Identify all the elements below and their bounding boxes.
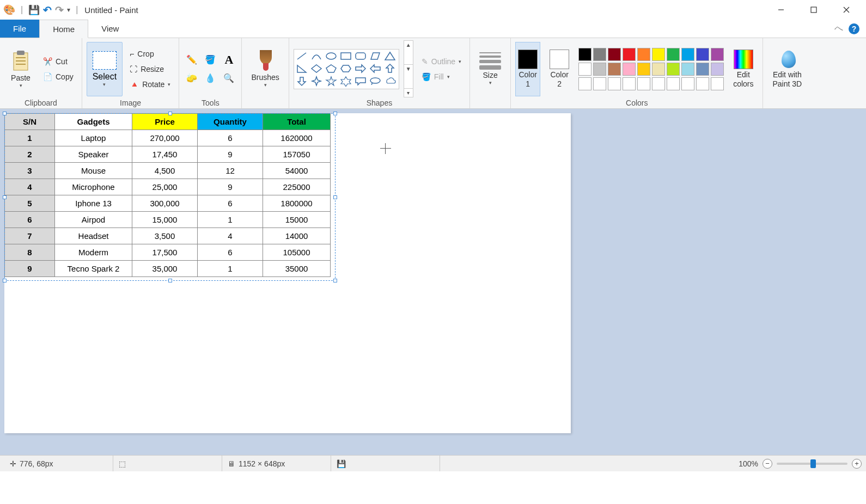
outline-button[interactable]: ✎Outline ▾ <box>418 54 465 69</box>
color-swatch[interactable] <box>667 63 680 76</box>
size-button[interactable]: Size ▾ <box>474 42 506 96</box>
color-swatch[interactable] <box>608 63 621 76</box>
color-swatch[interactable] <box>623 48 636 61</box>
shape-polygon-icon[interactable] <box>369 51 382 62</box>
color-swatch[interactable] <box>652 77 665 90</box>
edit-with-paint3d-button[interactable]: Edit with Paint 3D <box>767 42 807 96</box>
shape-arrow-up-icon[interactable] <box>383 63 397 74</box>
shape-rect-icon[interactable] <box>339 51 352 62</box>
pencil-tool[interactable]: ✏️ <box>184 52 200 68</box>
magnifier-tool[interactable]: 🔍 <box>221 70 237 87</box>
color-swatch[interactable] <box>637 48 650 61</box>
color-swatch[interactable] <box>711 77 724 90</box>
edit-colors-button[interactable]: Edit colors <box>728 42 758 96</box>
shape-oval-icon[interactable] <box>325 51 338 62</box>
color-swatch[interactable] <box>593 63 606 76</box>
color-swatch[interactable] <box>578 77 591 90</box>
color1-button[interactable]: Color 1 <box>515 42 540 96</box>
tab-file[interactable]: File <box>0 20 39 38</box>
color-swatch[interactable] <box>696 77 709 90</box>
color-swatch[interactable] <box>711 48 724 61</box>
color-swatch[interactable] <box>696 48 709 61</box>
crop-button[interactable]: ⌐Crop <box>126 47 174 61</box>
tab-view[interactable]: View <box>88 20 132 38</box>
shape-pentagon-icon[interactable] <box>325 63 338 74</box>
color-swatch[interactable] <box>681 63 694 76</box>
maximize-button[interactable] <box>797 0 830 20</box>
color-swatch[interactable] <box>637 77 650 90</box>
customize-qat-icon[interactable]: ▾ <box>67 6 70 14</box>
select-button[interactable]: Select ▾ <box>87 42 123 96</box>
color-swatch[interactable] <box>593 77 606 90</box>
shapes-gallery[interactable] <box>294 49 399 89</box>
color-swatch[interactable] <box>696 63 709 76</box>
save-icon[interactable]: 💾 <box>28 4 40 16</box>
help-icon[interactable]: ? <box>849 23 859 34</box>
color-swatch[interactable] <box>637 63 650 76</box>
redo-icon[interactable]: ↷ <box>55 4 64 16</box>
resize-button[interactable]: ⛶Resize <box>126 62 174 76</box>
color-swatch[interactable] <box>652 63 665 76</box>
zoom-in-button[interactable]: + <box>852 459 862 469</box>
color-swatch[interactable] <box>681 77 694 90</box>
color-swatch[interactable] <box>578 48 591 61</box>
brushes-button[interactable]: Brushes ▾ <box>246 42 284 96</box>
cut-button[interactable]: ✂️Cut <box>39 54 77 69</box>
color-swatch[interactable] <box>623 77 636 90</box>
palette-row-1[interactable] <box>578 48 724 61</box>
shape-callout-rect-icon[interactable] <box>354 76 367 87</box>
svg-rect-5 <box>17 51 25 55</box>
fill-tool[interactable]: 🪣 <box>202 52 218 68</box>
shape-right-triangle-icon[interactable] <box>295 63 308 74</box>
color-swatch[interactable] <box>652 48 665 61</box>
minimize-button[interactable] <box>765 0 797 20</box>
workspace[interactable]: S/N Gadgets Price Quantity Total 1Laptop… <box>0 109 866 455</box>
shape-star4-icon[interactable] <box>310 76 323 87</box>
selection-marquee[interactable] <box>4 113 336 281</box>
palette-row-3[interactable] <box>578 77 724 90</box>
color2-button[interactable]: Color 2 <box>545 42 574 96</box>
color-swatch[interactable] <box>681 48 694 61</box>
color-swatch[interactable] <box>608 77 621 90</box>
zoom-slider[interactable] <box>777 463 847 465</box>
close-button[interactable] <box>830 0 863 20</box>
color-swatch[interactable] <box>593 48 606 61</box>
shape-arrow-left-icon[interactable] <box>369 63 382 74</box>
rotate-icon: 🔺 <box>130 80 139 89</box>
color-swatch[interactable] <box>667 77 680 90</box>
color-swatch[interactable] <box>711 63 724 76</box>
eraser-tool[interactable]: 🧽 <box>184 70 200 87</box>
tab-home[interactable]: Home <box>39 20 88 38</box>
shapes-scroll-up[interactable]: ▲ <box>404 41 413 49</box>
shape-curve-icon[interactable] <box>310 51 323 62</box>
shape-arrow-down-icon[interactable] <box>295 76 308 87</box>
shapes-scroll-down[interactable]: ▼ <box>404 64 413 73</box>
shape-arrow-right-icon[interactable] <box>354 63 367 74</box>
shape-roundrect-icon[interactable] <box>354 51 367 62</box>
picker-tool[interactable]: 💧 <box>202 70 218 87</box>
palette-row-2[interactable] <box>578 63 724 76</box>
shape-callout-cloud-icon[interactable] <box>383 76 397 87</box>
rotate-button[interactable]: 🔺Rotate ▾ <box>126 77 174 91</box>
text-tool[interactable]: A <box>221 52 237 68</box>
shape-diamond-icon[interactable] <box>310 63 323 74</box>
shape-triangle-icon[interactable] <box>383 51 397 62</box>
shape-hexagon-icon[interactable] <box>339 63 352 74</box>
shape-line-icon[interactable] <box>295 51 308 62</box>
color-swatch[interactable] <box>608 48 621 61</box>
shapes-more[interactable]: ▾ <box>404 88 413 97</box>
collapse-ribbon-icon[interactable]: へ <box>834 23 843 34</box>
fill-button[interactable]: 🪣Fill ▾ <box>418 70 465 84</box>
zoom-out-button[interactable]: − <box>763 459 772 469</box>
shape-star5-icon[interactable] <box>325 76 338 87</box>
group-label-image: Image <box>87 97 175 107</box>
paste-button[interactable]: Paste ▾ <box>4 42 37 96</box>
color-swatch[interactable] <box>623 63 636 76</box>
shape-callout-oval-icon[interactable] <box>369 76 382 87</box>
copy-button[interactable]: 📄Copy <box>39 70 77 84</box>
canvas[interactable]: S/N Gadgets Price Quantity Total 1Laptop… <box>4 113 571 433</box>
shape-star6-icon[interactable] <box>339 76 352 87</box>
undo-icon[interactable]: ↶ <box>43 4 52 16</box>
color-swatch[interactable] <box>578 63 591 76</box>
color-swatch[interactable] <box>667 48 680 61</box>
